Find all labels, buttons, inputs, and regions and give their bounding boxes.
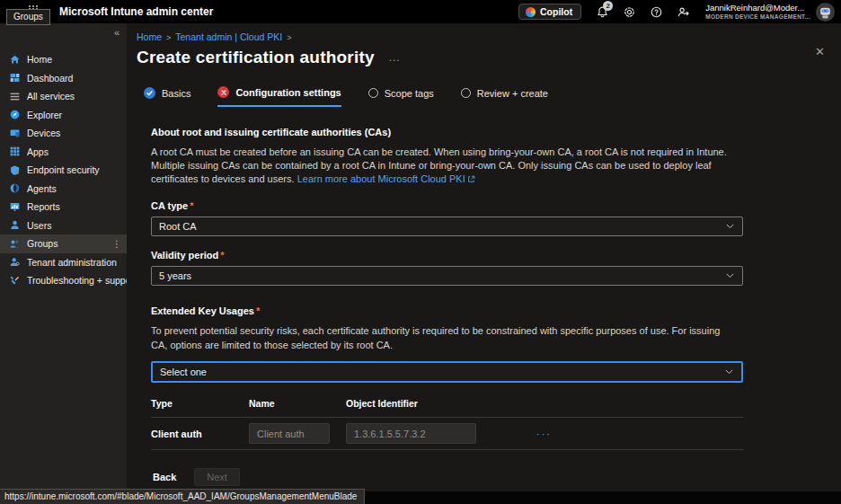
sidebar-item-reports[interactable]: Reports bbox=[0, 198, 127, 217]
user-icon bbox=[9, 219, 21, 231]
dashboard-icon bbox=[9, 72, 21, 84]
eku-row-type: Client auth bbox=[151, 429, 249, 439]
sidebar-item-dashboard[interactable]: Dashboard bbox=[0, 69, 127, 88]
next-button[interactable]: Next bbox=[194, 468, 240, 486]
eku-name-input[interactable]: Client auth bbox=[249, 423, 330, 444]
about-heading: About root and issuing certificate autho… bbox=[151, 127, 743, 137]
account-menu[interactable]: JannikReinhard@Moder... MODERN DEVICE MA… bbox=[705, 4, 810, 20]
page-title: Create certification authority bbox=[137, 48, 375, 67]
eku-oid-input[interactable]: 1.3.6.1.5.5.7.3.2 bbox=[346, 423, 476, 444]
feedback-icon bbox=[677, 5, 690, 19]
sidebar-item-label: Endpoint security bbox=[27, 164, 100, 175]
eku-row-oid-cell: 1.3.6.1.5.5.7.3.2 bbox=[346, 423, 506, 444]
sidebar-item-label: Tenant administration bbox=[27, 257, 117, 268]
required-asterisk: * bbox=[190, 200, 193, 211]
sidebar-item-troubleshooting[interactable]: Troubleshooting + support bbox=[0, 271, 127, 290]
breadcrumb-home-link[interactable]: Home bbox=[137, 31, 162, 42]
step-empty-icon bbox=[368, 88, 378, 98]
sidebar-item-label: Dashboard bbox=[27, 73, 73, 84]
tab-review-create[interactable]: Review + create bbox=[461, 86, 548, 107]
sidebar-item-label: Troubleshooting + support bbox=[27, 275, 137, 286]
sidebar-collapse-button[interactable]: « bbox=[114, 27, 120, 38]
sidebar-item-groups[interactable]: Groups ⋮ bbox=[0, 234, 127, 253]
sidebar-item-tenant-administration[interactable]: Tenant administration bbox=[0, 253, 127, 272]
step-error-icon bbox=[217, 86, 229, 98]
reports-icon bbox=[9, 201, 21, 213]
groups-icon bbox=[9, 238, 21, 250]
help-button[interactable] bbox=[642, 0, 669, 23]
back-button[interactable]: Back bbox=[151, 468, 178, 486]
sidebar-item-all-services[interactable]: All services bbox=[0, 87, 127, 106]
column-header-oid: Object Identifier bbox=[346, 398, 506, 409]
step-empty-icon bbox=[461, 88, 471, 98]
validity-period-value: 5 years bbox=[159, 270, 191, 281]
about-text: A root CA must be created before an issu… bbox=[151, 146, 743, 187]
settings-button[interactable] bbox=[615, 0, 642, 23]
tab-scope-tags[interactable]: Scope tags bbox=[368, 86, 434, 107]
create-ca-blade: Home>Tenant admin | Cloud PKI> Create ce… bbox=[127, 23, 841, 491]
tab-label: Review + create bbox=[477, 88, 548, 99]
copilot-label: Copilot bbox=[540, 6, 572, 17]
copilot-button[interactable]: Copilot bbox=[518, 4, 581, 20]
eku-value: Select one bbox=[160, 367, 207, 377]
eku-dropdown[interactable]: Select one bbox=[151, 361, 743, 383]
sidebar-item-agents[interactable]: Agents bbox=[0, 180, 127, 199]
notifications-button[interactable]: 2 bbox=[589, 0, 615, 23]
intune-admin-center: Groups Microsoft Intune admin center Cop… bbox=[0, 0, 841, 504]
column-header-type: Type bbox=[151, 398, 249, 409]
breadcrumb: Home>Tenant admin | Cloud PKI> bbox=[137, 31, 841, 42]
breadcrumb-separator: > bbox=[166, 33, 171, 42]
sidebar-item-devices[interactable]: Devices bbox=[0, 124, 127, 143]
external-link-icon bbox=[467, 173, 475, 187]
tab-label: Basics bbox=[162, 88, 190, 99]
tab-configuration-settings[interactable]: Configuration settings bbox=[217, 86, 341, 107]
sidebar-item-apps[interactable]: Apps bbox=[0, 143, 127, 162]
learn-more-link[interactable]: Learn more about Microsoft Cloud PKI bbox=[297, 173, 465, 184]
sidebar-item-endpoint-security[interactable]: Endpoint security bbox=[0, 161, 127, 180]
app-launcher-tooltip: Groups bbox=[6, 9, 50, 25]
devices-icon bbox=[9, 128, 21, 139]
sidebar-item-label: Users bbox=[27, 220, 51, 231]
copilot-icon bbox=[526, 7, 536, 17]
chevron-down-icon bbox=[725, 270, 735, 282]
agents-icon bbox=[9, 182, 21, 194]
browser-link-preview: https://intune.microsoft.com/#blade/Micr… bbox=[0, 489, 365, 504]
chevron-down-icon bbox=[725, 221, 735, 233]
account-name: JannikReinhard@Moder... bbox=[705, 4, 810, 13]
all-services-icon bbox=[9, 91, 21, 102]
sidebar-item-explorer[interactable]: Explorer bbox=[0, 106, 127, 125]
tab-basics[interactable]: Basics bbox=[144, 86, 190, 107]
column-header-name: Name bbox=[249, 398, 346, 409]
required-asterisk: * bbox=[256, 305, 260, 316]
tenant-admin-icon bbox=[9, 256, 21, 268]
account-org: MODERN DEVICE MANAGEMENT... bbox=[705, 13, 810, 20]
eku-table: Type Name Object Identifier Client auth … bbox=[151, 398, 743, 450]
sidebar: « Home Dashboard All services Explorer D… bbox=[0, 23, 127, 491]
wizard-footer: Back Next bbox=[127, 464, 841, 491]
tab-label: Configuration settings bbox=[235, 87, 341, 98]
breadcrumb-tenant-admin-link[interactable]: Tenant admin | Cloud PKI bbox=[175, 31, 282, 42]
wrench-icon bbox=[9, 275, 21, 287]
ca-type-dropdown[interactable]: Root CA bbox=[151, 217, 743, 236]
title-row: Create certification authority ... bbox=[137, 48, 841, 67]
topbar-actions: Copilot 2 bbox=[518, 0, 841, 23]
breadcrumb-separator: > bbox=[287, 33, 291, 42]
top-bar: Groups Microsoft Intune admin center Cop… bbox=[0, 0, 841, 23]
robot-avatar-icon bbox=[818, 4, 833, 20]
groups-context-menu-icon[interactable]: ⋮ bbox=[112, 239, 121, 249]
sidebar-item-home[interactable]: Home bbox=[0, 50, 127, 69]
close-blade-button[interactable]: ✕ bbox=[815, 45, 825, 58]
sidebar-item-label: Reports bbox=[27, 201, 60, 212]
wizard-steps: Basics Configuration settings Scope tags… bbox=[144, 86, 841, 107]
required-asterisk: * bbox=[220, 250, 224, 261]
validity-period-dropdown[interactable]: 5 years bbox=[151, 266, 743, 286]
sidebar-item-users[interactable]: Users bbox=[0, 217, 127, 235]
row-context-menu-icon[interactable]: ··· bbox=[536, 429, 552, 439]
step-complete-icon bbox=[144, 87, 155, 99]
feedback-button[interactable] bbox=[669, 0, 696, 23]
sidebar-item-label: Groups bbox=[27, 238, 58, 249]
question-icon bbox=[650, 5, 663, 19]
avatar[interactable] bbox=[816, 3, 835, 22]
sidebar-item-label: Home bbox=[27, 54, 52, 65]
title-context-menu-icon[interactable]: ... bbox=[389, 51, 401, 64]
